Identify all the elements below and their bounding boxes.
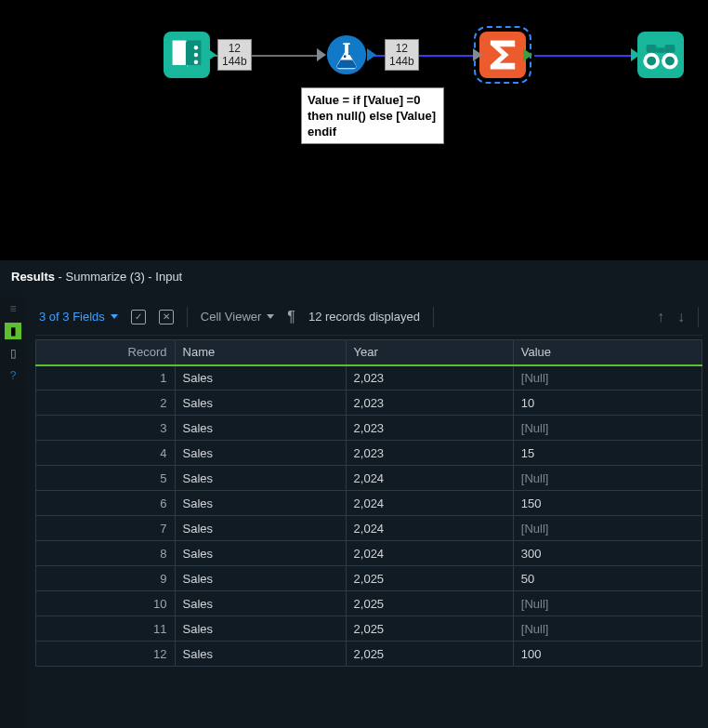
table-cell[interactable]: Sales (175, 390, 346, 416)
table-cell[interactable]: [Null] (513, 416, 701, 441)
table-cell[interactable]: 4 (36, 441, 176, 466)
svg-rect-6 (647, 45, 657, 53)
sigma-icon (482, 34, 523, 75)
svg-point-12 (665, 57, 675, 66)
deselect-all-button[interactable]: ✕ (159, 310, 174, 324)
book-icon (166, 34, 207, 75)
results-table[interactable]: RecordNameYearValue 1Sales2,023[Null]2Sa… (35, 339, 702, 667)
table-row[interactable]: 5Sales2,024[Null] (36, 466, 702, 491)
table-row[interactable]: 12Sales2,025100 (36, 642, 702, 667)
gutter-input-icon[interactable]: ▮ (5, 323, 21, 339)
svg-point-1 (194, 53, 198, 57)
binoculars-icon (640, 34, 681, 75)
connector (534, 55, 636, 57)
table-cell[interactable]: 15 (513, 441, 701, 466)
svg-point-4 (344, 55, 347, 58)
prev-button[interactable]: ↑ (657, 309, 664, 325)
table-cell[interactable]: [Null] (513, 365, 701, 390)
next-button[interactable]: ↓ (677, 309, 685, 325)
table-cell[interactable]: 1 (36, 365, 176, 390)
table-cell[interactable]: Sales (175, 416, 346, 441)
table-cell[interactable]: Sales (175, 541, 346, 566)
table-row[interactable]: 10Sales2,025[Null] (36, 591, 702, 616)
results-panel: Results - Summarize (3) - Input ≡ ▮ ▯ ? … (0, 260, 708, 728)
table-cell[interactable]: [Null] (513, 591, 701, 616)
table-cell[interactable]: 7 (36, 516, 176, 541)
table-cell[interactable]: 2,023 (346, 365, 513, 390)
table-row[interactable]: 11Sales2,025[Null] (36, 616, 702, 642)
table-cell[interactable]: 2 (36, 390, 176, 416)
table-cell[interactable]: Sales (175, 566, 346, 591)
table-cell[interactable]: [Null] (513, 516, 701, 541)
records-displayed-label: 12 records displayed (308, 310, 420, 324)
table-cell[interactable]: 10 (36, 591, 176, 616)
column-header[interactable]: Year (346, 340, 513, 365)
record-count-tag: 12 144b (385, 39, 419, 71)
results-gutter: ≡ ▮ ▯ ? (0, 297, 26, 728)
table-cell[interactable]: 3 (36, 416, 176, 441)
table-cell[interactable]: 2,025 (346, 591, 513, 616)
table-row[interactable]: 4Sales2,02315 (36, 441, 702, 466)
table-cell[interactable]: 12 (36, 642, 176, 667)
table-cell[interactable]: 50 (513, 566, 701, 591)
table-cell[interactable]: 2,025 (346, 616, 513, 642)
table-cell[interactable]: Sales (175, 466, 346, 491)
flask-icon (326, 34, 367, 75)
table-cell[interactable]: 2,025 (346, 566, 513, 591)
column-header[interactable]: Value (513, 340, 701, 365)
results-toolbar: 3 of 3 Fields ✓ ✕ Cell Viewer ¶ 12 recor… (35, 298, 702, 336)
table-cell[interactable]: 2,024 (346, 491, 513, 516)
table-cell[interactable]: 2,024 (346, 466, 513, 491)
column-header[interactable]: Name (175, 340, 346, 365)
table-cell[interactable]: Sales (175, 491, 346, 516)
gutter-output-icon[interactable]: ▯ (5, 345, 21, 362)
summarize-tool[interactable] (479, 32, 526, 78)
table-cell[interactable]: 11 (36, 616, 176, 642)
column-header[interactable]: Record (36, 340, 176, 365)
table-cell[interactable]: 2,025 (346, 642, 513, 667)
table-cell[interactable]: 6 (36, 491, 176, 516)
table-cell[interactable]: 2,023 (346, 390, 513, 416)
table-cell[interactable]: Sales (175, 591, 346, 616)
table-cell[interactable]: Sales (175, 441, 346, 466)
table-cell[interactable]: Sales (175, 365, 346, 390)
svg-rect-8 (657, 47, 665, 53)
svg-point-2 (194, 60, 198, 64)
workflow-canvas[interactable]: 12 144b 12 144b Value = if [Value] =0 th… (0, 0, 708, 260)
table-row[interactable]: 8Sales2,024300 (36, 541, 702, 566)
formula-annotation[interactable]: Value = if [Value] =0 then null() else [… (301, 87, 444, 144)
table-cell[interactable]: Sales (175, 642, 346, 667)
table-cell[interactable]: 2,024 (346, 541, 513, 566)
table-row[interactable]: 7Sales2,024[Null] (36, 516, 702, 541)
gutter-metadata-icon[interactable]: ≡ (5, 300, 21, 317)
fields-dropdown[interactable]: 3 of 3 Fields (39, 310, 118, 324)
table-cell[interactable]: 2,023 (346, 441, 513, 466)
table-cell[interactable]: [Null] (513, 466, 701, 491)
show-whitespace-button[interactable]: ¶ (287, 309, 295, 325)
table-cell[interactable]: Sales (175, 616, 346, 642)
svg-point-0 (194, 46, 198, 49)
table-row[interactable]: 2Sales2,02310 (36, 390, 702, 416)
cell-viewer-dropdown[interactable]: Cell Viewer (201, 310, 275, 324)
table-cell[interactable]: 2,023 (346, 416, 513, 441)
table-cell[interactable]: 300 (513, 541, 701, 566)
table-cell[interactable]: 100 (513, 642, 701, 667)
table-cell[interactable]: 8 (36, 541, 176, 566)
table-cell[interactable]: 5 (36, 466, 176, 491)
formula-tool[interactable] (323, 32, 370, 78)
table-cell[interactable]: 9 (36, 566, 176, 591)
table-row[interactable]: 9Sales2,02550 (36, 566, 702, 591)
table-row[interactable]: 3Sales2,023[Null] (36, 416, 702, 441)
table-row[interactable]: 6Sales2,024150 (36, 491, 702, 516)
table-row[interactable]: 1Sales2,023[Null] (36, 365, 702, 390)
results-title: Results - Summarize (3) - Input (0, 260, 708, 297)
input-data-tool[interactable] (164, 32, 210, 78)
table-cell[interactable]: Sales (175, 516, 346, 541)
select-all-button[interactable]: ✓ (131, 310, 146, 324)
table-cell[interactable]: 10 (513, 390, 701, 416)
table-cell[interactable]: 150 (513, 491, 701, 516)
gutter-help-icon[interactable]: ? (5, 367, 21, 384)
table-cell[interactable]: 2,024 (346, 516, 513, 541)
table-cell[interactable]: [Null] (513, 616, 701, 642)
browse-tool[interactable] (637, 32, 684, 78)
